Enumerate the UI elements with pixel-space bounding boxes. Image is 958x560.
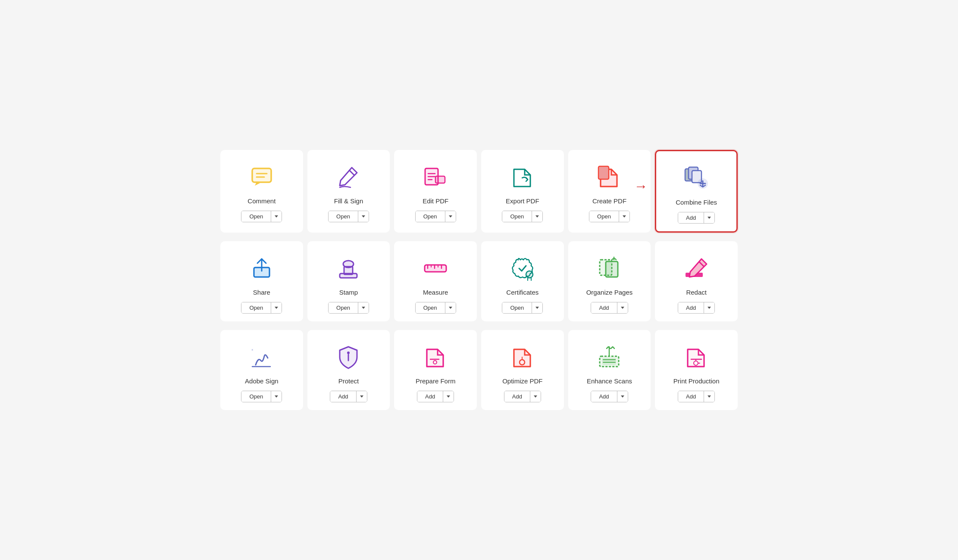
tool-card-measure: MeasureOpen [394,241,477,321]
print-production-btn-group: Add [678,391,715,402]
create-pdf-btn-dropdown[interactable] [619,211,629,222]
protect-btn-main[interactable]: Add [330,391,356,402]
optimize-pdf-btn-dropdown[interactable] [530,391,541,402]
combine-files-btn-group: Add [678,212,715,224]
chevron-down-icon [449,215,452,218]
fill-sign-label: Fill & Sign [334,197,363,205]
edit-pdf-btn-dropdown[interactable] [445,211,456,222]
export-pdf-icon [507,162,538,192]
protect-icon [333,342,363,372]
organize-pages-btn-dropdown[interactable] [617,302,628,313]
share-btn-dropdown[interactable] [271,302,282,313]
protect-btn-dropdown[interactable] [357,391,367,402]
fill-sign-btn-group: Open [328,211,369,222]
tool-card-prepare-form: Prepare FormAdd [394,330,477,410]
chevron-down-icon [534,395,537,398]
export-pdf-label: Export PDF [506,197,539,205]
chevron-down-icon [360,395,363,398]
prepare-form-label: Prepare Form [416,377,456,385]
combine-files-label: Combine Files [676,199,717,206]
share-label: Share [253,289,270,296]
combine-files-btn-main[interactable]: Add [678,212,704,223]
tool-card-adobe-sign: × Adobe SignOpen [220,330,303,410]
redact-btn-main[interactable]: Add [678,302,704,313]
share-btn-main[interactable]: Open [241,302,271,313]
organize-pages-btn-main[interactable]: Add [591,302,617,313]
chevron-down-icon [708,307,711,309]
protect-btn-group: Add [330,391,367,402]
svg-rect-58 [602,358,616,365]
measure-btn-dropdown[interactable] [445,302,456,313]
redact-btn-dropdown[interactable] [704,302,714,313]
organize-pages-icon [594,253,624,283]
chevron-down-icon [362,215,365,218]
certificates-btn-main[interactable]: Open [502,302,532,313]
tool-card-print-production: Print ProductionAdd [655,330,738,410]
export-pdf-btn-dropdown[interactable] [532,211,542,222]
combine-files-btn-dropdown[interactable] [704,212,714,223]
share-btn-group: Open [241,302,282,314]
print-production-btn-dropdown[interactable] [704,391,714,402]
organize-pages-btn-group: Add [591,302,628,314]
redact-label: Redact [686,289,707,296]
export-pdf-btn-main[interactable]: Open [502,211,532,222]
stamp-label: Stamp [339,289,358,296]
tool-card-protect: ProtectAdd [307,330,390,410]
tool-card-redact: RedactAdd [655,241,738,321]
comment-btn-dropdown[interactable] [271,211,282,222]
create-pdf-btn-group: Open [589,211,630,222]
chevron-down-icon [535,215,539,218]
certificates-btn-dropdown[interactable] [532,302,542,313]
redact-icon [681,253,711,283]
tool-card-combine-files: → Combine FilesAdd [655,150,738,233]
fill-sign-btn-dropdown[interactable] [358,211,369,222]
measure-btn-main[interactable]: Open [416,302,445,313]
stamp-btn-group: Open [328,302,369,314]
optimize-pdf-btn-group: Add [504,391,541,402]
prepare-form-btn-group: Add [417,391,454,402]
chevron-down-icon [708,395,711,398]
redact-btn-group: Add [678,302,715,314]
adobe-sign-label: Adobe Sign [245,377,279,385]
adobe-sign-btn-main[interactable]: Open [241,391,271,402]
enhance-scans-btn-dropdown[interactable] [617,391,628,402]
tool-card-stamp: StampOpen [307,241,390,321]
organize-pages-label: Organize Pages [586,289,633,296]
edit-pdf-label: Edit PDF [423,197,448,205]
combine-files-arrow-icon: → [634,178,648,194]
optimize-pdf-btn-main[interactable]: Add [504,391,530,402]
enhance-scans-btn-main[interactable]: Add [591,391,617,402]
adobe-sign-btn-dropdown[interactable] [271,391,282,402]
protect-label: Protect [338,377,359,385]
chevron-down-icon [708,217,711,219]
tool-card-export-pdf: Export PDFOpen [481,150,564,233]
fill-sign-btn-main[interactable]: Open [329,211,358,222]
chevron-down-icon [362,307,365,309]
fill-sign-icon [333,162,363,192]
chevron-down-icon [275,215,278,218]
stamp-btn-dropdown[interactable] [358,302,369,313]
svg-line-5 [349,170,354,175]
certificates-btn-group: Open [502,302,543,314]
comment-label: Comment [247,197,276,205]
optimize-pdf-icon [507,342,538,372]
tool-card-optimize-pdf: Optimize PDFAdd [481,330,564,410]
create-pdf-btn-main[interactable]: Open [589,211,619,222]
print-production-btn-main[interactable]: Add [678,391,704,402]
tool-card-certificates: CertificatesOpen [481,241,564,321]
stamp-btn-main[interactable]: Open [329,302,358,313]
tool-card-enhance-scans: Enhance ScansAdd [568,330,651,410]
enhance-scans-icon [594,342,624,372]
edit-pdf-btn-main[interactable]: Open [416,211,445,222]
create-pdf-label: Create PDF [592,197,626,205]
svg-text:×: × [251,348,254,352]
prepare-form-btn-main[interactable]: Add [417,391,443,402]
tool-card-organize-pages: Organize PagesAdd [568,241,651,321]
svg-point-51 [347,352,350,354]
prepare-form-btn-dropdown[interactable] [443,391,454,402]
enhance-scans-label: Enhance Scans [587,377,632,385]
stamp-icon [333,253,363,283]
comment-btn-main[interactable]: Open [241,211,271,222]
combine-files-icon [681,163,711,193]
adobe-sign-icon: × [247,342,277,372]
